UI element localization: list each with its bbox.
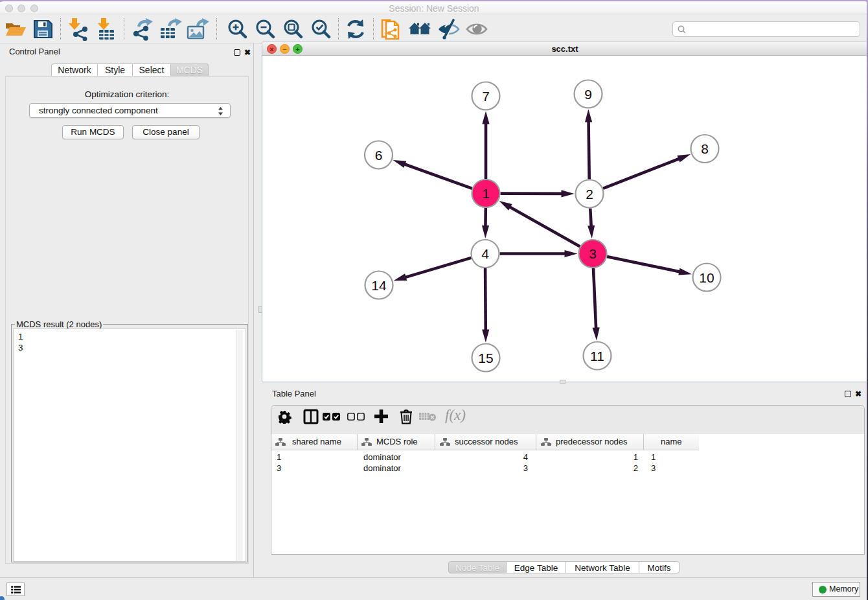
- svg-text:6: 6: [375, 148, 383, 163]
- svg-text:3: 3: [589, 246, 597, 261]
- svg-text:4: 4: [481, 246, 489, 261]
- svg-text:14: 14: [371, 278, 387, 293]
- svg-text:7: 7: [482, 89, 490, 104]
- svg-text:10: 10: [699, 270, 714, 285]
- svg-text:2: 2: [586, 187, 593, 202]
- svg-text:9: 9: [584, 87, 592, 102]
- svg-text:1: 1: [482, 186, 490, 201]
- svg-text:11: 11: [590, 349, 604, 363]
- svg-text:15: 15: [478, 351, 493, 365]
- svg-text:8: 8: [701, 141, 709, 156]
